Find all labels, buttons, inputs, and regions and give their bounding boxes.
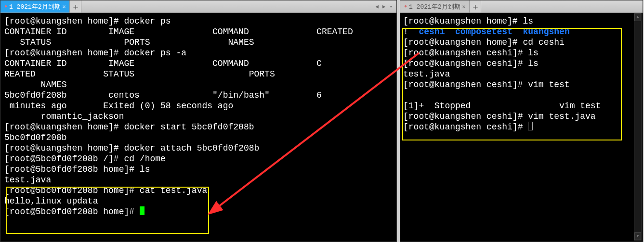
tab-prev-icon[interactable]: ◀ — [375, 3, 379, 10]
tab-right-1-label: 1 2021年2月到期 — [409, 2, 460, 11]
dir-ceshi: ceshi — [419, 27, 445, 37]
scroll-up-icon[interactable]: ▲ — [634, 13, 641, 21]
workspace: ● 1 2021年2月到期 ✕ ＋ ◀ ▶ ▾ [root@kuangshen … — [0, 0, 644, 242]
tab-menu-icon[interactable]: ▾ — [389, 3, 393, 10]
left-pane: ● 1 2021年2月到期 ✕ ＋ ◀ ▶ ▾ [root@kuangshen … — [0, 0, 397, 242]
term-line: NAMES — [4, 80, 67, 89]
term-line: [root@kuangshen ceshi]# — [403, 122, 528, 132]
cursor-outline-icon — [528, 122, 533, 130]
tab-left-1-label: 1 2021年2月到期 — [9, 2, 61, 11]
term-line: [root@kuangshen ceshi]# vim test.java — [403, 112, 596, 121]
tab-left-1[interactable]: ● 1 2021年2月到期 ✕ — [0, 0, 70, 13]
term-line: CONTAINER ID IMAGE COMMAND C — [4, 59, 322, 68]
term-line: [root@5bc0fd0f208b home]# — [4, 207, 140, 217]
term-line: [1]+ Stopped vim test — [403, 101, 601, 111]
term-line: test.java — [4, 175, 51, 185]
tab-right-1[interactable]: ● 1 2021年2月到期 ✕ — [400, 0, 470, 13]
term-line: [root@kuangshen home]# docker ps — [4, 16, 171, 26]
term-line: [root@kuangshen ceshi]# ls — [403, 59, 539, 68]
term-line: [root@kuangshen ceshi]# ls — [403, 48, 539, 58]
term-line: [root@5bc0fd0f208b home]# cat test.java — [4, 186, 207, 195]
left-terminal[interactable]: [root@kuangshen home]# docker ps CONTAIN… — [0, 13, 396, 242]
tab-add-button[interactable]: ＋ — [70, 0, 81, 13]
term-line: [root@5bc0fd0f208b /]# cd /home — [4, 154, 166, 164]
right-terminal[interactable]: [root@kuangshen home]# ls ! ceshi compos… — [400, 13, 643, 242]
term-line: hello,linux updata — [4, 196, 98, 206]
term-line: test.java — [403, 69, 450, 79]
term-line: [root@kuangshen home]# cd ceshi — [403, 38, 565, 47]
term-line — [403, 90, 408, 100]
term-line: CONTAINER ID IMAGE COMMAND CREATED — [4, 27, 353, 37]
term-line: [root@kuangshen ceshi]# vim test — [403, 80, 570, 89]
term-line: REATED STATUS PORTS — [4, 69, 275, 79]
term-line: 5bc0fd0f208b — [4, 133, 67, 142]
right-scrollbar[interactable]: ▲ ▼ — [634, 13, 642, 241]
tab-modified-dot-icon: ● — [404, 4, 407, 9]
term-line: [root@5bc0fd0f208b home]# ls — [4, 165, 150, 174]
left-tabbar: ● 1 2021年2月到期 ✕ ＋ ◀ ▶ ▾ — [0, 0, 396, 13]
term-line: 5bc0fd0f208b centos "/bin/bash" 6 — [4, 90, 322, 100]
tab-next-icon[interactable]: ▶ — [382, 3, 386, 10]
term-line: ! — [403, 27, 408, 37]
tab-nav-left: ◀ ▶ ▾ — [371, 0, 396, 13]
right-tabbar: ● 1 2021年2月到期 ✕ ＋ — [400, 0, 643, 13]
cursor-icon — [140, 206, 145, 215]
scroll-down-icon[interactable]: ▼ — [634, 232, 641, 240]
right-pane: ● 1 2021年2月到期 ✕ ＋ [root@kuangshen home]#… — [400, 0, 643, 242]
term-line: [root@kuangshen home]# docker ps -a — [4, 48, 186, 58]
dir-composetest: composetest — [455, 27, 513, 37]
term-line: [root@kuangshen home]# ls — [403, 16, 533, 26]
term-line: romantic_jackson — [4, 112, 124, 121]
term-line: STATUS PORTS NAMES — [4, 38, 254, 47]
tab-close-icon[interactable]: ✕ — [462, 3, 466, 10]
dir-kuangshen: kuangshen — [523, 27, 569, 37]
tab-close-icon[interactable]: ✕ — [63, 3, 66, 10]
tab-modified-dot-icon: ● — [4, 4, 7, 9]
term-line: [root@kuangshen home]# docker start 5bc0… — [4, 122, 254, 132]
term-line: [root@kuangshen home]# docker attach 5bc… — [4, 143, 259, 153]
term-line: minutes ago Exited (0) 58 seconds ago — [4, 101, 233, 111]
tab-add-button[interactable]: ＋ — [470, 0, 481, 13]
